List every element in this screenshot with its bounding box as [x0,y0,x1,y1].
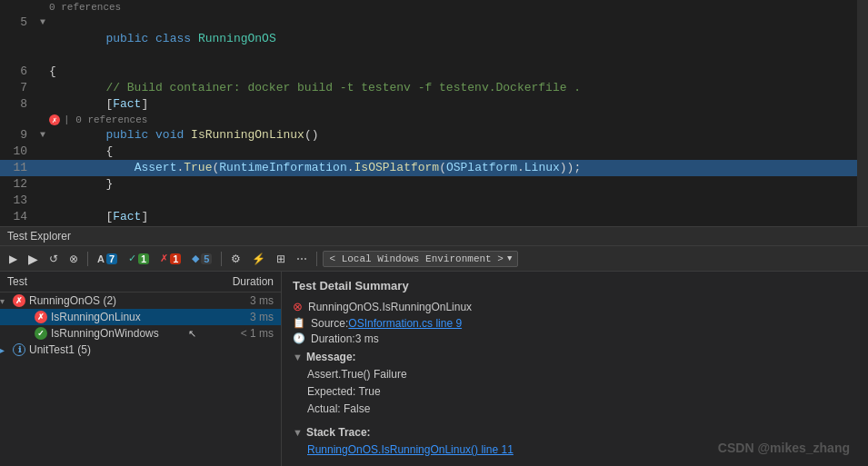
badge-all: 7 [106,253,117,264]
test-status-icon-linux: ✗ [35,311,47,323]
code-editor: 0 references 5 ▼ public class RunningOnO… [0,0,868,227]
message-section-header: ▼ Message: [293,351,857,363]
detail-clock-icon: 🕐 [293,332,307,344]
code-line-7: 7 // Build container: docker build -t te… [0,80,868,96]
editor-scrollbar[interactable] [857,0,868,226]
stack-trace-collapse-icon[interactable]: ▼ [293,427,303,438]
message-line-1: Assert.True() Failure [307,366,857,383]
test-status-icon-unit-test1: ℹ [13,343,25,356]
test-item-duration-linux: 3 ms [201,311,274,323]
detail-source-row: 📋 Source: OSInformation.cs line 9 [293,317,857,330]
test-group-unit-test1[interactable]: ▸ ℹ UnitTest1 (5) [0,342,281,358]
test-list-panel: Test Duration ▾ ✗ RunningOnOS (2) 3 ms ✗… [0,272,282,466]
error-annotation-1: ✗ | 0 references [0,113,868,127]
env-dropdown-label: < Local Windows Environment > [329,253,503,264]
detail-test-name-text: RunningOnOS.IsRunningOnLinux [308,301,472,313]
separator-3 [316,252,317,266]
environment-dropdown[interactable]: < Local Windows Environment > ▼ [323,251,518,267]
test-explorer-body: Test Duration ▾ ✗ RunningOnOS (2) 3 ms ✗… [0,272,868,466]
separator-2 [221,252,222,266]
message-content: Assert.True() Failure Expected: True Act… [293,366,857,419]
detail-error-icon: ⊗ [293,300,303,313]
detail-duration-value: 3 ms [355,332,379,345]
test-list-items: ▾ ✗ RunningOnOS (2) 3 ms ✗ IsRunningOnLi… [0,292,281,466]
test-explorer-title: Test Explorer [7,230,71,243]
code-line-12: 12 } [0,176,868,193]
code-line-10: 10 { [0,144,868,160]
detail-source-icon: 📋 [293,317,307,329]
detail-source-link[interactable]: OSInformation.cs line 9 [348,317,462,330]
test-group-running-on-os[interactable]: ▾ ✗ RunningOnOS (2) 3 ms [0,292,281,309]
code-line-8: 8 [Fact] [0,96,868,113]
test-status-icon-windows: ✓ [35,327,47,340]
test-item-name-linux: IsRunningOnLinux [51,311,201,323]
code-line-13: 13 [0,193,868,209]
message-line-3: Actual: False [307,401,857,418]
chevron-down-icon: ▼ [507,254,512,263]
run-all-button[interactable]: ▶ [25,250,42,268]
test-list-header: Test Duration [0,272,281,292]
col-header-test: Test [7,275,201,288]
message-header-label: Message: [306,351,356,363]
stack-trace-link[interactable]: RunningOnOS.IsRunningOnLinux() line 11 [307,443,514,456]
test-detail-panel: Test Detail Summary ⊗ RunningOnOS.IsRunn… [282,272,868,466]
view-button[interactable]: ⊞ [273,251,289,267]
lightning-button[interactable]: ⚡ [248,251,269,267]
message-line-2: Expected: True [307,383,857,401]
test-explorer-toolbar: ▶ ▶ ↺ ⊗ A 7 ✓ 1 ✗ 1 ◆ 5 ⚙ ⚡ ⊞ ⋯ < Loca [0,246,868,272]
test-item-is-running-on-linux[interactable]: ✗ IsRunningOnLinux 3 ms [0,309,281,325]
code-lines: 0 references 5 ▼ public class RunningOnO… [0,0,868,227]
filter-skipped-button[interactable]: ◆ 5 [188,251,215,266]
detail-duration-row: 🕐 Duration: 3 ms [293,332,857,345]
code-line-9: 9 ▼ public void IsRunningOnLinux() [0,127,868,144]
col-header-duration: Duration [201,275,274,288]
ref-annotation: 0 references [0,0,868,15]
badge-skipped: 5 [201,253,212,264]
filter-all-button[interactable]: A 7 [94,252,121,266]
test-status-icon-running-on-os: ✗ [13,294,25,307]
more-button[interactable]: ⋯ [293,251,311,267]
test-explorer-header: Test Explorer [0,227,868,246]
settings-button[interactable]: ⚙ [227,251,244,267]
run-button[interactable]: ▶ [5,251,21,267]
test-group-name-running-on-os: RunningOnOS (2) [29,294,201,307]
success-annotation-1: ✓ | 0 references [0,225,868,227]
cancel-button[interactable]: ⊗ [65,251,82,267]
test-group-name-unit-test1: UnitTest1 (5) [29,343,201,356]
code-line-5: 5 ▼ public class RunningOnOS [0,15,868,64]
cursor-indicator: ↖ [188,328,201,340]
detail-title: Test Detail Summary [293,279,857,292]
filter-failed-button[interactable]: ✗ 1 [156,251,185,266]
badge-passed: 1 [138,253,149,264]
filter-passed-button[interactable]: ✓ 1 [125,251,153,266]
test-item-is-running-on-windows[interactable]: ✓ IsRunningOnWindows ↖ < 1 ms [0,325,281,342]
badge-failed: 1 [170,253,181,264]
test-item-name-windows: IsRunningOnWindows [51,327,188,340]
detail-test-name-row: ⊗ RunningOnOS.IsRunningOnLinux [293,300,857,313]
code-line-14: 14 [Fact] [0,209,868,225]
collapse-icon-unit-test1: ▸ [0,345,11,355]
collapse-icon-running-on-os: ▾ [0,296,11,306]
stack-trace-section-header: ▼ Stack Trace: [293,426,857,439]
test-group-duration-running-on-os: 3 ms [201,294,274,307]
message-collapse-icon[interactable]: ▼ [293,352,303,362]
code-line-11: 11 Assert.True(RuntimeInformation.IsOSPl… [0,160,868,176]
detail-duration-label: Duration: [311,332,355,345]
code-line-6: 6 { [0,64,868,80]
test-explorer-panel: Test Explorer ▶ ▶ ↺ ⊗ A 7 ✓ 1 ✗ 1 ◆ 5 ⚙ … [0,227,868,466]
watermark-text: CSDN @mikes_zhang [718,441,850,455]
stack-trace-header-label: Stack Trace: [306,426,371,439]
test-item-duration-windows: < 1 ms [201,327,274,340]
separator-1 [87,252,88,266]
refresh-button[interactable]: ↺ [45,251,62,267]
